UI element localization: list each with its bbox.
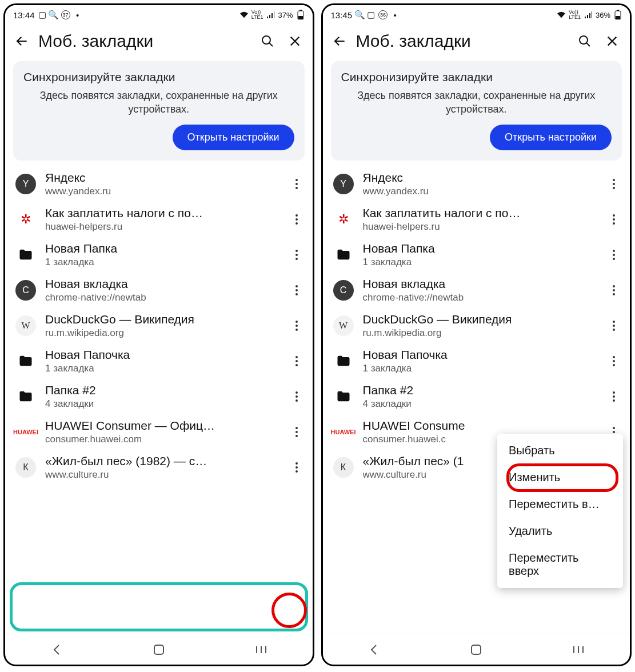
status-time: 13:44	[13, 10, 35, 20]
bookmark-row[interactable]: Папка #24 закладки	[5, 379, 313, 414]
badge-icon: 37	[61, 10, 70, 19]
bookmark-sub: www.yandex.ru	[45, 186, 275, 197]
more-button[interactable]	[284, 349, 309, 374]
bookmark-title: «Жил-был пес» (1982) — с…	[45, 454, 275, 468]
app-header: Моб. закладки	[323, 25, 630, 58]
battery-icon	[297, 11, 305, 19]
bookmark-row[interactable]: YЯндексwww.yandex.ru	[5, 166, 313, 202]
menu-item[interactable]: Удалить	[497, 518, 623, 545]
sync-body: Здесь появятся закладки, сохраненные на …	[341, 89, 612, 117]
bookmark-list[interactable]: YЯндексwww.yandex.ru✲Как заплатить налог…	[5, 166, 313, 634]
bookmark-row[interactable]: ✲Как заплатить налоги с по…huawei-helper…	[5, 202, 313, 237]
more-button[interactable]	[601, 384, 626, 409]
wifi-icon	[557, 11, 565, 19]
nav-home[interactable]	[142, 638, 176, 661]
bookmark-row[interactable]: Новая Папочка1 закладка	[5, 343, 313, 379]
bookmark-sub: 1 закладка	[363, 257, 593, 268]
bookmark-title: Яндекс	[45, 171, 275, 185]
favicon: C	[333, 280, 354, 301]
sync-banner: Синхронизируйте закладки Здесь появятся …	[13, 61, 305, 161]
bookmark-title: Новая Папочка	[45, 348, 275, 362]
page-title: Моб. закладки	[38, 31, 251, 51]
svg-point-12	[580, 36, 588, 44]
back-button[interactable]	[329, 30, 350, 52]
close-button[interactable]	[601, 30, 623, 52]
nav-recents[interactable]	[561, 638, 596, 661]
bookmark-row[interactable]: Новая Папка1 закладка	[323, 237, 630, 273]
more-button[interactable]	[284, 384, 309, 409]
page-title: Моб. закладки	[356, 31, 569, 51]
bookmark-sub: ru.m.wikipedia.org	[363, 327, 593, 339]
menu-item[interactable]: Выбрать	[497, 437, 623, 464]
back-button[interactable]	[11, 30, 33, 52]
bookmark-row[interactable]: WDuckDuckGo — Википедияru.m.wikipedia.or…	[323, 308, 630, 343]
favicon: HUAWEI	[333, 422, 354, 442]
favicon: HUAWEI	[15, 422, 36, 442]
bookmark-sub: www.culture.ru	[45, 469, 275, 481]
battery-icon	[614, 11, 622, 19]
svg-line-13	[586, 43, 590, 46]
battery-pct: 36%	[596, 11, 610, 19]
badge-icon: 36	[378, 10, 388, 19]
bookmark-sub: ru.m.wikipedia.org	[45, 327, 275, 339]
more-button[interactable]	[601, 242, 626, 267]
menu-item[interactable]: Переместить в…	[497, 491, 623, 518]
more-button[interactable]	[601, 171, 626, 197]
search-button[interactable]	[574, 30, 596, 52]
folder-icon	[333, 245, 354, 265]
search-mini-icon: 🔍	[356, 11, 364, 19]
sync-title: Синхронизируйте закладки	[341, 70, 612, 84]
bookmark-row[interactable]: HUAWEIHUAWEI Consumer — Офиц…consumer.hu…	[5, 414, 313, 450]
more-button[interactable]	[601, 313, 626, 338]
bookmark-sub: chrome-native://newtab	[45, 292, 275, 303]
bookmark-sub: 1 закладка	[45, 363, 275, 374]
close-button[interactable]	[284, 30, 306, 52]
favicon: К	[15, 457, 36, 478]
bookmark-row[interactable]: ✲Как заплатить налоги с по…huawei-helper…	[323, 202, 630, 237]
volte-label: Vo))LTE1	[569, 10, 581, 20]
svg-rect-1	[299, 10, 302, 11]
bookmark-sub: huawei-helpers.ru	[45, 221, 275, 233]
menu-item[interactable]: Изменить	[497, 464, 623, 491]
bookmark-row[interactable]: CНовая вкладкаchrome-native://newtab	[5, 273, 313, 308]
bookmark-title: Новая Папка	[363, 242, 593, 255]
more-button[interactable]	[284, 171, 309, 197]
more-button[interactable]	[284, 419, 309, 445]
bookmark-title: Новая Папка	[45, 242, 275, 255]
sync-banner: Синхронизируйте закладки Здесь появятся …	[331, 61, 622, 161]
more-button[interactable]	[284, 278, 309, 303]
nav-recents[interactable]	[244, 638, 278, 661]
menu-item[interactable]: Переместить вверх	[497, 545, 623, 585]
nav-back[interactable]	[39, 638, 74, 661]
bookmark-row[interactable]: WDuckDuckGo — Википедияru.m.wikipedia.or…	[5, 308, 313, 343]
svg-point-3	[262, 36, 270, 44]
nav-back[interactable]	[357, 638, 391, 661]
svg-rect-10	[617, 10, 619, 11]
favicon: ✲	[15, 209, 36, 230]
bookmark-row[interactable]: YЯндексwww.yandex.ru	[323, 166, 630, 202]
more-button[interactable]	[284, 242, 309, 267]
more-button[interactable]	[284, 313, 309, 338]
bookmark-sub: 4 закладки	[363, 398, 593, 410]
nav-home[interactable]	[459, 638, 493, 661]
signal-icon	[266, 11, 274, 19]
bookmark-sub: huawei-helpers.ru	[363, 221, 593, 233]
open-settings-button[interactable]: Открыть настройки	[490, 125, 612, 150]
bookmark-row[interactable]: Новая Папочка1 закладка	[323, 343, 630, 379]
more-button[interactable]	[601, 349, 626, 374]
open-settings-button[interactable]: Открыть настройки	[173, 125, 294, 150]
favicon: Y	[15, 174, 36, 194]
bookmark-title: Новая Папочка	[363, 348, 593, 362]
more-button[interactable]	[284, 455, 309, 480]
search-button[interactable]	[257, 30, 278, 52]
more-button[interactable]	[601, 278, 626, 303]
bookmark-row[interactable]: Папка #24 закладки	[323, 379, 630, 414]
more-button[interactable]	[601, 207, 626, 232]
bookmark-row[interactable]: К«Жил-был пес» (1982) — с…www.culture.ru	[5, 450, 313, 485]
more-button[interactable]	[284, 207, 309, 232]
svg-rect-11	[616, 16, 620, 19]
sync-title: Синхронизируйте закладки	[23, 70, 294, 84]
bookmark-row[interactable]: Новая Папка1 закладка	[5, 237, 313, 273]
bookmark-row[interactable]: CНовая вкладкаchrome-native://newtab	[323, 273, 630, 308]
system-navbar	[323, 634, 630, 665]
